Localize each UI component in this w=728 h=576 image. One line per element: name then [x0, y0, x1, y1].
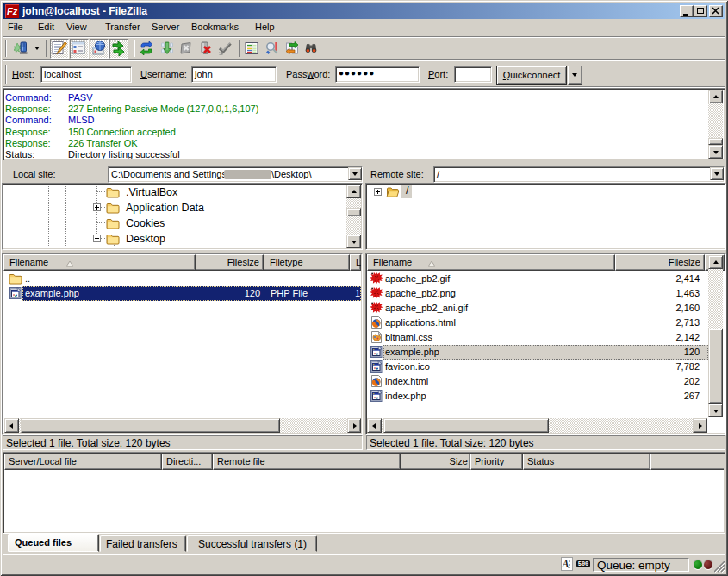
svg-text:Fz: Fz: [7, 6, 18, 16]
